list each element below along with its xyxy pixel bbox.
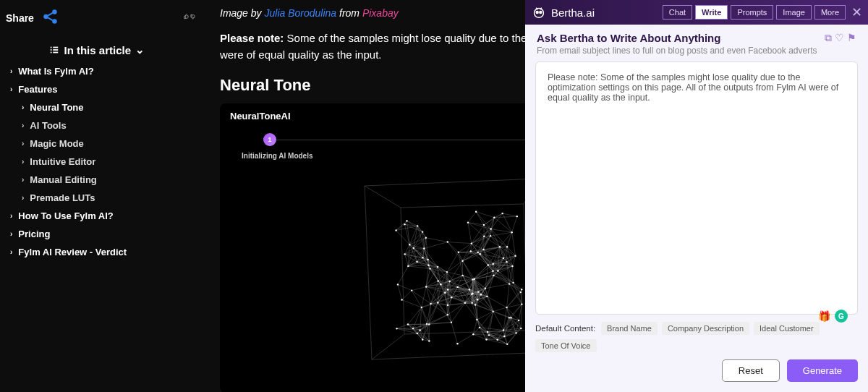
toc-subitem[interactable]: ›Premade LUTs [6, 189, 210, 207]
grammarly-icon[interactable]: G [835, 310, 848, 323]
svg-point-606 [422, 338, 423, 340]
share-icon[interactable] [41, 7, 60, 29]
svg-line-355 [431, 281, 438, 303]
chip-company-description[interactable]: Company Description [662, 322, 749, 335]
flag-icon[interactable]: ⚑ [847, 32, 856, 44]
toc-subitem[interactable]: ›AI Tools [6, 116, 210, 135]
toc-item[interactable]: ›Fylm AI Review - Verdict [6, 243, 210, 261]
source-link[interactable]: Pixabay [362, 7, 399, 19]
chip-ideal-customer[interactable]: Ideal Customer [754, 322, 820, 335]
svg-line-444 [459, 252, 463, 276]
svg-line-89 [487, 276, 493, 297]
svg-point-674 [471, 302, 472, 304]
svg-point-709 [447, 304, 448, 306]
svg-line-44 [483, 236, 490, 250]
chip-tone-of-voice[interactable]: Tone Of Voice [535, 339, 597, 352]
step-1-dot: 1 [263, 133, 276, 146]
svg-line-180 [472, 229, 491, 244]
svg-line-545 [459, 244, 472, 252]
toc-subitem[interactable]: ›Intuitive Editor [6, 153, 210, 171]
svg-point-677 [506, 261, 507, 263]
bertha-textarea[interactable] [535, 61, 858, 315]
svg-line-182 [476, 212, 491, 229]
svg-point-629 [516, 216, 518, 217]
toc-subitem[interactable]: ›Neural Tone [6, 98, 210, 116]
svg-line-488 [472, 303, 477, 320]
svg-line-121 [493, 276, 513, 283]
svg-line-307 [503, 247, 507, 258]
tab-chat[interactable]: Chat [663, 5, 692, 20]
svg-line-394 [438, 267, 447, 272]
author-link[interactable]: Julia Borodulina [264, 7, 336, 19]
svg-line-538 [451, 294, 472, 298]
reset-button[interactable]: Reset [722, 359, 780, 382]
tab-prompts[interactable]: Prompts [731, 5, 773, 20]
svg-point-608 [490, 235, 491, 237]
svg-line-486 [493, 307, 507, 312]
svg-point-687 [413, 247, 414, 249]
svg-line-334 [493, 276, 509, 284]
svg-point-631 [429, 268, 430, 269]
svg-line-92 [487, 297, 506, 307]
svg-point-664 [447, 314, 448, 315]
svg-point-712 [469, 289, 470, 290]
svg-line-59 [485, 289, 493, 312]
svg-point-710 [470, 250, 472, 252]
svg-point-642 [427, 265, 429, 266]
toc-item[interactable]: ›Features [6, 80, 210, 98]
svg-line-166 [412, 291, 422, 307]
feedback-thumbs[interactable] [184, 10, 197, 26]
svg-point-695 [475, 211, 477, 213]
svg-line-165 [412, 286, 426, 290]
copy-icon[interactable]: ⧉ [825, 32, 832, 44]
close-icon[interactable]: ✕ [851, 4, 862, 20]
toc-item[interactable]: ›How To Use Fylm AI? [6, 207, 210, 225]
svg-line-510 [507, 292, 521, 307]
svg-point-635 [480, 253, 481, 255]
svg-line-520 [488, 332, 507, 344]
svg-point-611 [397, 284, 399, 285]
toc-item[interactable]: ›Pricing [6, 225, 210, 243]
svg-line-385 [481, 276, 493, 294]
svg-line-335 [509, 284, 521, 292]
svg-point-607 [521, 303, 522, 304]
generate-button[interactable]: Generate [787, 359, 858, 382]
tab-more[interactable]: More [814, 5, 846, 20]
svg-point-630 [488, 264, 489, 265]
svg-line-330 [408, 265, 428, 266]
svg-line-548 [472, 237, 484, 244]
tab-write[interactable]: Write [695, 5, 728, 20]
svg-rect-3 [51, 47, 52, 48]
svg-point-660 [477, 291, 479, 292]
heart-icon[interactable]: ♡ [835, 32, 844, 44]
chip-brand-name[interactable]: Brand Name [601, 322, 658, 335]
svg-line-9 [365, 179, 538, 186]
svg-line-256 [422, 307, 427, 324]
svg-line-116 [417, 324, 430, 333]
toc-header[interactable]: In this article ⌄ [6, 43, 210, 56]
svg-point-626 [520, 328, 522, 329]
svg-line-600 [404, 224, 409, 244]
svg-line-421 [447, 272, 458, 287]
svg-point-700 [464, 302, 466, 303]
svg-line-252 [516, 320, 519, 333]
svg-point-658 [493, 217, 495, 218]
svg-point-633 [518, 320, 519, 321]
toc-subitem[interactable]: ›Manual Editing [6, 171, 210, 189]
svg-point-640 [506, 246, 508, 247]
svg-line-357 [408, 307, 422, 324]
svg-line-168 [412, 291, 430, 304]
svg-line-259 [420, 324, 427, 330]
tab-image[interactable]: Image [776, 5, 812, 20]
svg-point-699 [506, 307, 507, 308]
svg-line-10 [401, 204, 524, 208]
svg-line-177 [491, 218, 495, 229]
toc-item[interactable]: ›What Is Fylm AI? [6, 62, 210, 80]
gift-icon[interactable]: 🎁 [818, 310, 830, 322]
svg-point-622 [411, 289, 412, 291]
toc-subitem[interactable]: ›Magic Mode [6, 135, 210, 153]
svg-point-676 [479, 327, 480, 328]
svg-line-80 [398, 284, 402, 299]
svg-line-473 [431, 304, 448, 315]
svg-line-29 [509, 304, 522, 318]
